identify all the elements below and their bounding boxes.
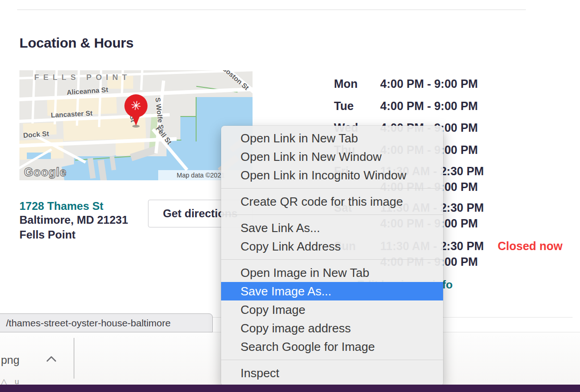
download-file-label[interactable]: png xyxy=(1,354,19,367)
context-menu-item-save-link-as[interactable]: Save Link As... xyxy=(221,219,443,237)
context-menu-item-open-link-in-new-tab[interactable]: Open Link in New Tab xyxy=(221,129,443,147)
shelf-divider xyxy=(74,338,74,379)
hours-time: 4:00 PM - 9:00 PM xyxy=(380,99,478,113)
link-preview-text: /thames-street-oyster-house-baltimore xyxy=(6,318,171,329)
context-menu-item-search-google-for-image[interactable]: Search Google for Image xyxy=(221,337,443,356)
hours-day-tue: Tue xyxy=(334,99,354,113)
google-logo: Google xyxy=(24,165,67,179)
context-menu-item-copy-link-address[interactable]: Copy Link Address xyxy=(221,237,443,256)
page-title: Location & Hours xyxy=(19,35,134,51)
context-menu-item-open-image-in-new-tab[interactable]: Open Image in New Tab xyxy=(221,263,443,282)
map-shoreline xyxy=(180,116,197,117)
open-status-badge: Closed now xyxy=(498,239,562,253)
context-menu-item-copy-image-address[interactable]: Copy image address xyxy=(221,319,443,337)
menu-separator xyxy=(221,214,443,215)
menu-separator xyxy=(221,188,443,189)
street-label-dock: Dock St xyxy=(23,129,49,139)
top-divider xyxy=(17,9,526,10)
context-menu: Open Link in New TabOpen Link in New Win… xyxy=(221,126,443,386)
hours-time: 4:00 PM - 9:00 PM xyxy=(380,77,478,91)
chevron-up-icon[interactable] xyxy=(45,355,57,365)
context-menu-item-create-qr-code-for-this-image[interactable]: Create QR code for this image xyxy=(221,192,443,211)
hours-day-mon: Mon xyxy=(334,77,358,91)
business-map[interactable]: FELLS POINT Aliceanna St Lancaster St Do… xyxy=(19,70,253,180)
map-shoreline xyxy=(196,97,197,141)
context-menu-item-save-image-as[interactable]: Save Image As... xyxy=(221,282,443,300)
map-attribution: Map data ©2021 xyxy=(177,172,225,179)
status-bar-link-preview: /thames-street-oyster-house-baltimore xyxy=(0,313,213,332)
address-neighborhood: Fells Point xyxy=(19,228,75,241)
map-pin-icon: ✳ xyxy=(124,94,148,130)
map-road xyxy=(140,70,144,90)
menu-separator xyxy=(221,360,443,360)
context-menu-item-inspect[interactable]: Inspect xyxy=(221,364,443,382)
context-menu-item-open-link-in-incognito-window[interactable]: Open Link in Incognito Window xyxy=(221,166,443,184)
address-link[interactable]: 1728 Thames St xyxy=(19,200,103,213)
map-neighborhood-label: FELLS POINT xyxy=(34,73,131,82)
yelp-burst-icon: ✳ xyxy=(122,92,149,119)
context-menu-item-open-link-in-new-window[interactable]: Open Link in New Window xyxy=(221,147,443,166)
bottom-purple-bar xyxy=(0,385,580,392)
context-menu-item-copy-image[interactable]: Copy Image xyxy=(221,300,443,319)
menu-separator xyxy=(221,259,443,260)
address-city: Baltimore, MD 21231 xyxy=(19,214,128,227)
yelp-location-hours-page: Location & Hours xyxy=(0,0,580,392)
